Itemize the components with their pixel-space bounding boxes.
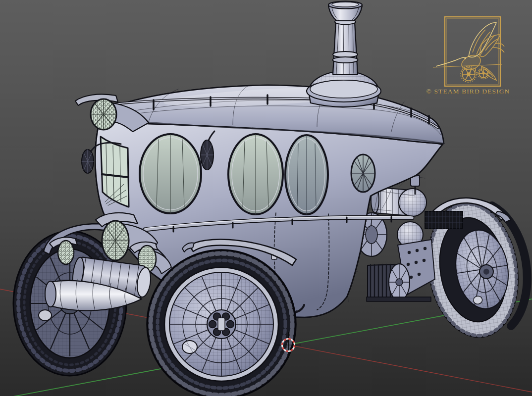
- oval-window-1: [140, 134, 201, 213]
- front-wheel: [147, 250, 296, 396]
- radiator-grid: [425, 211, 463, 229]
- watermark-text: © STEAM BIRD DESIGN: [426, 88, 510, 95]
- porthole-window: [351, 154, 375, 192]
- ribbed-drum: [368, 264, 410, 300]
- viewport[interactable]: © STEAM BIRD DESIGN: [0, 0, 532, 396]
- viewport-canvas[interactable]: © STEAM BIRD DESIGN: [0, 0, 532, 396]
- oval-window-3: [285, 135, 328, 214]
- oval-window-2: [228, 134, 283, 214]
